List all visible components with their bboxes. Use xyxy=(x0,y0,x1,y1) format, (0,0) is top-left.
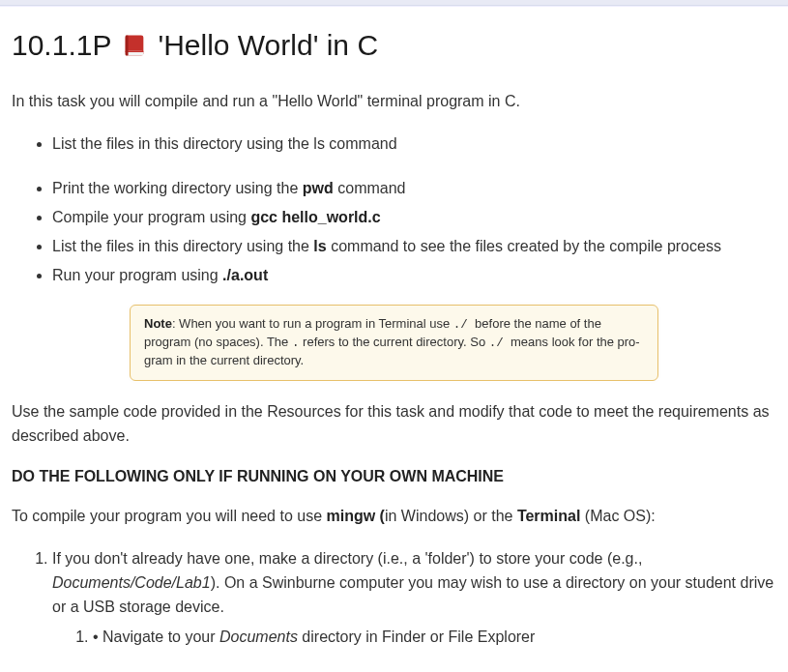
task-number: 10.1.1P xyxy=(12,28,111,63)
step-item: Print the working directory using the pw… xyxy=(52,177,776,200)
steps-list: List the files in this directory using t… xyxy=(12,132,776,287)
after-note-paragraph: Use the sample code provided in the Reso… xyxy=(12,400,776,449)
note-body: : When you want to run a program in Term… xyxy=(144,316,640,367)
note-box: Note: When you want to run a program in … xyxy=(130,305,658,381)
numbered-sublist-1: • Navigate to your Documents directory i… xyxy=(52,626,776,650)
own-machine-heading: DO THE FOLLOWING ONLY IF RUNNING ON YOUR… xyxy=(12,468,776,485)
step-item: Compile your program using gcc hello_wor… xyxy=(52,206,776,229)
numbered-list: If you don't already have one, make a di… xyxy=(12,547,776,649)
note-label: Note xyxy=(144,316,172,331)
title-text: 'Hello World' in C xyxy=(158,28,378,63)
book-icon xyxy=(121,32,148,59)
step-item: Run your program using ./a.out xyxy=(52,264,776,287)
numbered-item-1: If you don't already have one, make a di… xyxy=(52,547,776,649)
compile-paragraph: To compile your program you will need to… xyxy=(12,505,776,529)
step-item: List the files in this directory using t… xyxy=(52,235,776,258)
svg-rect-3 xyxy=(126,36,129,56)
intro-paragraph: In this task you will compile and run a … xyxy=(12,90,776,113)
document-content: 10.1.1P 'Hello World' in C In this task … xyxy=(0,6,788,672)
numbered-sub-1: • Navigate to your Documents directory i… xyxy=(93,626,776,650)
numbered-item-1-text: If you don't already have one, make a di… xyxy=(52,550,773,615)
step-item: List the files in this directory using t… xyxy=(52,132,776,156)
page-title: 10.1.1P 'Hello World' in C xyxy=(12,28,776,63)
